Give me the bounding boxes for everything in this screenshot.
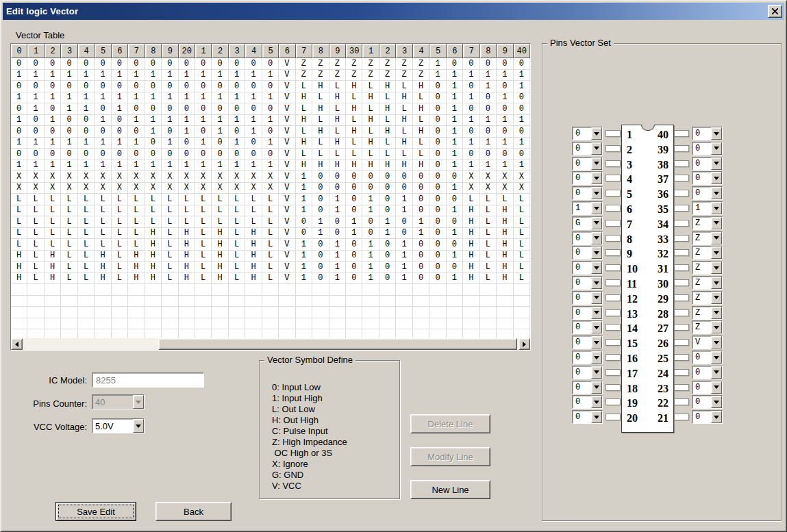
table-cell[interactable]: 0 [162, 149, 178, 160]
vector-table[interactable]: 0123456789201234567893012345678940 00000… [10, 43, 531, 351]
table-cell[interactable]: 1 [514, 81, 530, 92]
table-cell[interactable]: 0 [112, 81, 128, 92]
table-cell[interactable]: L [162, 239, 178, 251]
table-cell[interactable]: 0 [379, 183, 396, 194]
table-cell[interactable]: 1 [262, 115, 279, 127]
table-cell[interactable]: 1 [480, 115, 497, 127]
table-cell[interactable]: 1 [128, 138, 145, 149]
pin-dropdown-button[interactable] [711, 366, 722, 379]
table-cell[interactable] [480, 307, 497, 318]
table-cell[interactable]: H [497, 205, 513, 217]
table-cell[interactable]: L [480, 251, 497, 262]
table-cell[interactable] [480, 329, 497, 338]
table-cell[interactable]: 1 [497, 70, 513, 81]
table-cell[interactable]: L [128, 194, 145, 205]
table-cell[interactable]: 0 [346, 239, 362, 251]
table-cell[interactable]: L [312, 115, 329, 127]
table-cell[interactable]: 0 [296, 228, 312, 240]
table-cell[interactable]: L [413, 115, 429, 127]
table-cell[interactable]: L [262, 251, 279, 262]
table-cell[interactable]: X [162, 171, 178, 183]
table-cell[interactable]: H [212, 273, 228, 285]
pin-dropdown-button[interactable] [591, 366, 602, 379]
pin-13-select[interactable]: 0 [572, 306, 603, 320]
table-cell[interactable]: 1 [245, 115, 262, 127]
table-cell[interactable]: X [212, 171, 228, 183]
table-cell[interactable] [329, 318, 346, 330]
table-cell[interactable]: L [480, 273, 497, 285]
table-cell[interactable]: L [195, 216, 212, 228]
table-cell[interactable] [362, 307, 379, 318]
table-cell[interactable]: 0 [346, 205, 362, 217]
table-cell[interactable]: V [279, 138, 295, 149]
table-cell[interactable]: L [78, 228, 95, 240]
table-cell[interactable]: 0 [362, 183, 379, 194]
table-cell[interactable]: L [162, 262, 178, 273]
pin-28-select[interactable]: Z [692, 306, 723, 320]
table-cell[interactable]: 1 [11, 138, 27, 149]
table-cell[interactable]: 0 [179, 138, 195, 149]
table-cell[interactable]: H [497, 251, 513, 262]
table-cell[interactable]: 0 [262, 149, 279, 160]
column-header[interactable]: 3 [396, 44, 412, 58]
table-cell[interactable]: L [329, 149, 346, 160]
table-cell[interactable]: L [195, 262, 212, 273]
table-cell[interactable]: H [212, 251, 228, 262]
table-cell[interactable]: 1 [112, 138, 128, 149]
table-cell[interactable]: 1 [429, 70, 446, 81]
table-cell[interactable]: H [362, 138, 379, 149]
table-cell[interactable]: 1 [212, 92, 228, 104]
pin-dropdown-button[interactable] [711, 292, 722, 304]
table-cell[interactable]: L [78, 194, 95, 205]
table-cell[interactable]: 1 [497, 92, 513, 104]
table-cell[interactable]: H [346, 103, 362, 115]
table-cell[interactable]: 1 [396, 251, 412, 262]
table-cell[interactable]: 1 [229, 92, 245, 104]
table-cell[interactable] [447, 318, 463, 330]
table-cell[interactable]: 1 [61, 160, 77, 172]
table-cell[interactable]: 0 [463, 103, 479, 115]
table-cell[interactable]: 1 [179, 160, 195, 172]
table-cell[interactable]: V [279, 58, 295, 70]
pin-7-select[interactable]: G [572, 216, 603, 230]
table-cell[interactable]: 1 [145, 70, 162, 81]
pin-dropdown-button[interactable] [591, 217, 602, 229]
table-cell[interactable] [78, 296, 95, 307]
column-header[interactable]: 4 [413, 44, 429, 58]
table-cell[interactable]: 1 [429, 58, 446, 70]
table-cell[interactable]: V [279, 171, 295, 183]
table-cell[interactable]: 0 [312, 171, 329, 183]
table-cell[interactable]: L [95, 228, 111, 240]
table-cell[interactable]: 0 [162, 58, 178, 70]
table-cell[interactable]: 0 [245, 138, 262, 149]
table-cell[interactable] [497, 296, 513, 307]
table-cell[interactable]: Z [413, 58, 429, 70]
table-cell[interactable]: L [362, 81, 379, 92]
table-cell[interactable] [429, 296, 446, 307]
table-cell[interactable]: 0 [162, 81, 178, 92]
table-cell[interactable] [128, 296, 145, 307]
table-cell[interactable]: 0 [329, 171, 346, 183]
table-cell[interactable]: 0 [78, 58, 95, 70]
table-cell[interactable]: 1 [514, 160, 530, 172]
table-cell[interactable]: 0 [61, 81, 77, 92]
table-cell[interactable]: H [45, 262, 61, 273]
table-cell[interactable] [128, 318, 145, 330]
pin-dropdown-button[interactable] [711, 232, 722, 244]
table-cell[interactable]: 0 [413, 239, 429, 251]
table-cell[interactable]: 0 [429, 183, 446, 194]
table-cell[interactable]: Z [312, 58, 329, 70]
table-cell[interactable]: 1 [329, 262, 346, 273]
table-cell[interactable]: 0 [379, 251, 396, 262]
table-cell[interactable]: H [179, 262, 195, 273]
table-cell[interactable]: 1 [447, 228, 463, 240]
pin-15-select[interactable]: 0 [572, 335, 603, 349]
table-cell[interactable] [463, 284, 479, 296]
table-cell[interactable]: H [145, 273, 162, 285]
table-cell[interactable]: X [262, 183, 279, 194]
table-cell[interactable] [346, 284, 362, 296]
pin-33-select[interactable]: Z [692, 231, 723, 245]
column-header[interactable]: 9 [329, 44, 346, 58]
table-cell[interactable]: 0 [447, 194, 463, 205]
table-cell[interactable]: 1 [195, 92, 212, 104]
